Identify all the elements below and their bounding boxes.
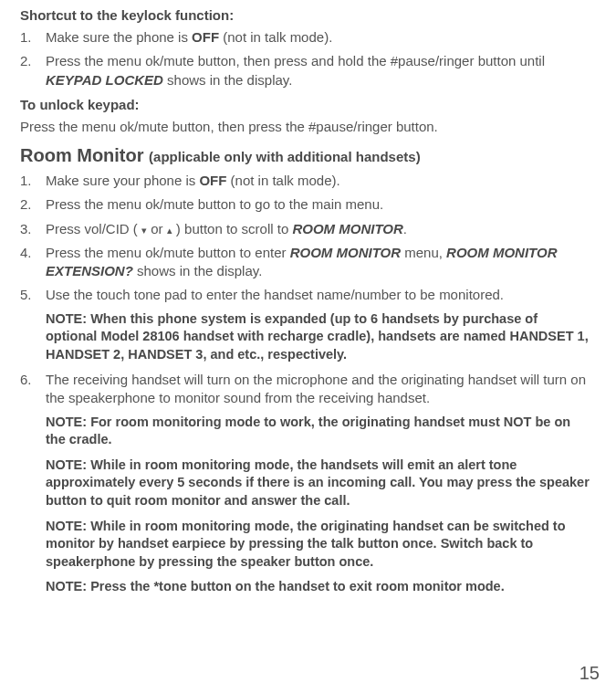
rm-item-2: Press the menu ok/mute button to go to t…: [20, 195, 590, 214]
note-5: NOTE: Press the *tone button on the hand…: [46, 578, 590, 596]
unlock-body: Press the menu ok/mute button, then pres…: [20, 118, 590, 136]
keypad-locked-label: KEYPAD LOCKED: [46, 72, 163, 88]
note-2: NOTE: For room monitoring mode to work, …: [46, 414, 590, 449]
shortcut-item-2: Press the menu ok/mute button, then pres…: [20, 52, 590, 89]
text: or: [147, 221, 167, 236]
room-monitor-label: ROOM MONITOR: [292, 221, 402, 236]
title-sub: (applicable only with additional handset…: [149, 149, 421, 164]
shortcut-heading: Shortcut to the keylock function:: [20, 7, 590, 23]
unlock-heading: To unlock keypad:: [20, 97, 590, 112]
text: Make sure the phone is: [46, 29, 192, 45]
note-3: NOTE: While in room monitoring mode, the…: [46, 457, 590, 510]
off-label: OFF: [192, 29, 219, 45]
shortcut-item-1: Make sure the phone is OFF (not in talk …: [20, 28, 590, 47]
text: Make sure your phone is: [46, 173, 199, 188]
room-monitor-label: ROOM MONITOR: [290, 245, 401, 260]
text: (not in talk mode).: [226, 173, 339, 188]
text: The receiving handset will turn on the m…: [46, 372, 586, 405]
text: ) button to scroll to: [172, 221, 293, 236]
shortcut-list: Make sure the phone is OFF (not in talk …: [20, 28, 590, 89]
text: .: [403, 221, 407, 236]
room-monitor-title: Room Monitor (applicable only with addit…: [20, 145, 590, 166]
text: Press the menu ok/mute button, then pres…: [46, 53, 545, 68]
text: Press the menu ok/mute button to enter: [46, 245, 290, 260]
text: Use the touch tone pad to enter the hand…: [46, 287, 504, 302]
text: Press vol/CID (: [46, 221, 141, 236]
rm-item-5: Use the touch tone pad to enter the hand…: [20, 286, 590, 363]
title-main: Room Monitor: [20, 145, 149, 165]
text: (not in talk mode).: [219, 29, 332, 45]
rm-item-1: Make sure your phone is OFF (not in talk…: [20, 172, 590, 190]
rm-item-4: Press the menu ok/mute button to enter R…: [20, 244, 590, 281]
note-1: NOTE: When this phone system is expanded…: [46, 310, 590, 364]
text: menu,: [401, 245, 446, 260]
text: shows in the display.: [163, 72, 292, 88]
note-4: NOTE: While in room monitoring mode, the…: [46, 518, 590, 572]
text: shows in the display.: [133, 263, 262, 278]
rm-item-3: Press vol/CID ( ▾ or ▴ ) button to scrol…: [20, 220, 590, 238]
room-monitor-list: Make sure your phone is OFF (not in talk…: [20, 172, 590, 596]
rm-item-6: The receiving handset will turn on the m…: [20, 371, 590, 596]
page-number: 15: [579, 663, 600, 684]
off-label: OFF: [199, 173, 226, 188]
